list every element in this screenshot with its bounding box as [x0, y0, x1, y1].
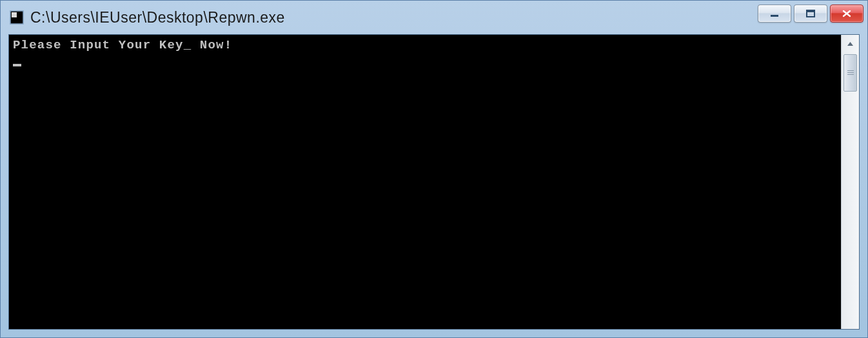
- scroll-track[interactable]: [842, 53, 859, 329]
- minimize-button[interactable]: [758, 5, 791, 23]
- app-icon: [10, 10, 24, 25]
- console-output[interactable]: Please Input Your Key_ Now!: [9, 35, 841, 329]
- titlebar[interactable]: C:\Users\IEUser\Desktop\Repwn.exe: [1, 1, 867, 34]
- window-title: C:\Users\IEUser\Desktop\Repwn.exe: [30, 9, 758, 26]
- vertical-scrollbar[interactable]: [841, 35, 859, 329]
- svg-rect-4: [807, 10, 814, 12]
- scroll-thumb[interactable]: [843, 54, 857, 92]
- console-prompt-line: Please Input Your Key_ Now!: [13, 38, 232, 52]
- window-frame: C:\Users\IEUser\Desktop\Repwn.exe Ple: [0, 0, 868, 338]
- close-button[interactable]: [830, 5, 863, 23]
- maximize-button[interactable]: [794, 5, 827, 23]
- svg-rect-1: [12, 12, 17, 17]
- svg-rect-2: [771, 15, 778, 17]
- cursor-icon: [13, 64, 21, 66]
- window-controls: [758, 5, 863, 23]
- client-area: Please Input Your Key_ Now!: [8, 34, 860, 330]
- scroll-up-button[interactable]: [842, 35, 859, 53]
